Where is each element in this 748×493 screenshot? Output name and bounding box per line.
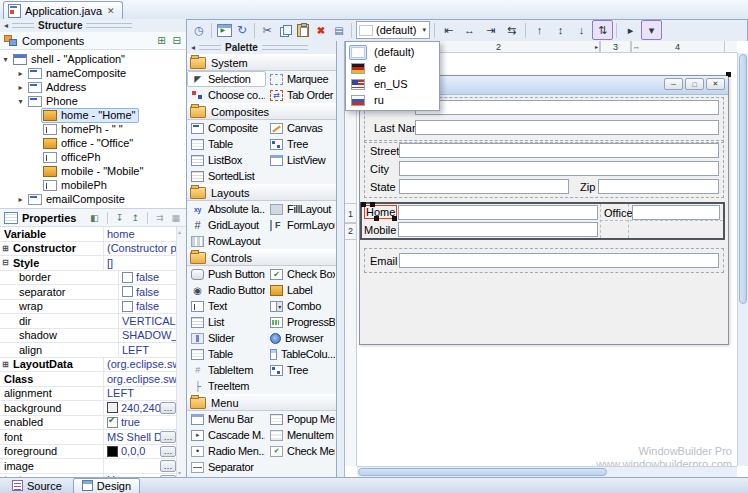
palette-item-tablecolu[interactable]: TableColu... <box>266 346 336 362</box>
property-value[interactable]: false <box>119 300 177 314</box>
palette-item-tableitem[interactable]: TableItem <box>187 362 266 378</box>
palette-item-radio-button[interactable]: Radio Button <box>187 282 266 298</box>
property-expand-icon[interactable]: ⊞ <box>2 360 11 369</box>
email-label[interactable]: Email <box>370 255 398 267</box>
align-top-button[interactable]: ↑ <box>529 20 550 40</box>
palette-item-cascade-m[interactable]: Cascade M... <box>187 427 266 443</box>
palette-item-separator[interactable]: Separator <box>187 459 266 475</box>
checkbox-checked-icon[interactable] <box>107 417 118 428</box>
tree-item-selection-box[interactable]: emailComposite <box>26 192 129 207</box>
email-composite[interactable]: Email <box>364 248 724 273</box>
palette-item-check-box[interactable]: Check Box <box>266 266 336 282</box>
property-row-enabled[interactable]: enabledtrue <box>0 416 177 431</box>
row-header-2[interactable]: 2 <box>345 222 356 240</box>
address-composite[interactable]: Street City State Zip <box>364 140 724 198</box>
palette-item-rowlayout[interactable]: RowLayout <box>187 233 266 249</box>
tree-item-shell-application[interactable]: ▾shell - "Application" <box>0 52 186 66</box>
tree-item-address[interactable]: ▸Address <box>0 80 186 94</box>
convert-icon[interactable]: ⇉ <box>154 213 166 223</box>
property-value[interactable]: MS Shell Dlg 9… <box>104 430 177 444</box>
property-value[interactable]: 0,0,0… <box>104 445 177 459</box>
property-value[interactable]: 240,240,240… <box>104 401 177 415</box>
palette-item-gridlayout[interactable]: GridLayout <box>187 217 266 233</box>
locale-item-de[interactable]: de <box>346 60 439 76</box>
palette-item-radio-men[interactable]: Radio Men... <box>187 443 266 459</box>
close-button[interactable]: ✕ <box>706 78 725 90</box>
checkbox-unchecked-icon[interactable] <box>122 272 133 283</box>
tree-item-selection-box[interactable]: officePh <box>41 150 105 165</box>
property-row-style[interactable]: ⊟Style[] <box>0 256 177 271</box>
show-advanced-properties-icon[interactable]: ◧ <box>88 213 101 223</box>
property-value[interactable]: false <box>119 271 177 285</box>
property-collapse-icon[interactable]: ⊟ <box>2 258 11 267</box>
tree-expander-icon[interactable]: ▸ <box>15 195 26 204</box>
palette-item-combo[interactable]: Combo <box>266 298 336 314</box>
tree-item-emailcomposite[interactable]: ▸emailComposite <box>0 192 186 206</box>
collapse-panel-icon[interactable]: ◂ <box>4 21 8 30</box>
align-left-button[interactable]: ⇤ <box>438 20 459 40</box>
zip-input[interactable] <box>598 179 719 194</box>
paste-button[interactable] <box>294 21 312 39</box>
maximize-button[interactable]: □ <box>685 78 704 90</box>
ellipsis-button[interactable]: … <box>160 402 176 414</box>
collapse-palette-icon[interactable]: ◂ <box>191 43 195 52</box>
tree-item-mobile-mobile[interactable]: mobile - "Mobile" <box>0 164 186 178</box>
tree-item-selection-box[interactable]: shell - "Application" <box>11 52 129 67</box>
palette-item-list[interactable]: List <box>187 314 266 330</box>
street-input[interactable] <box>399 143 719 158</box>
expand-all-icon[interactable]: ⊞ <box>156 36 166 46</box>
scroll-down-icon[interactable]: ▾ <box>178 469 181 476</box>
palette-item-selection[interactable]: Selection <box>187 71 266 87</box>
property-row-background[interactable]: background240,240,240… <box>0 401 177 416</box>
tree-item-mobileph[interactable]: mobilePh <box>0 178 186 192</box>
property-value[interactable]: org.eclipse.swt.widg... <box>104 372 177 386</box>
properties-scrollbar[interactable]: ▴ ▾ <box>176 227 186 477</box>
locale-item-en-us[interactable]: en_US <box>346 76 439 92</box>
tree-item-home-home[interactable]: home - "Home" <box>0 108 186 122</box>
property-row-separator[interactable]: separatorfalse <box>0 285 177 300</box>
palette-item-choose-co[interactable]: Choose co... <box>187 87 266 103</box>
palette-item-tree[interactable]: Tree <box>266 136 336 152</box>
locale-item-default[interactable]: (default) <box>346 44 439 60</box>
property-row-font[interactable]: fontMS Shell Dlg 9… <box>0 430 177 445</box>
tree-item-selection-box[interactable]: mobile - "Mobile" <box>41 164 147 179</box>
tree-item-selection-box[interactable]: homePh - " " <box>41 122 127 137</box>
property-value[interactable]: LEFT <box>104 387 177 401</box>
column-header-3[interactable]: 3 <box>599 41 632 52</box>
fill-horizontal-button[interactable]: ⇆ <box>501 20 522 40</box>
property-value[interactable]: SHADOW_OUT <box>119 329 177 343</box>
property-row-alignment[interactable]: alignmentLEFT <box>0 387 177 402</box>
tree-item-selection-box[interactable]: nameComposite <box>26 66 130 81</box>
property-row-class[interactable]: Classorg.eclipse.swt.widg... <box>0 372 177 387</box>
goto-definition-icon[interactable]: ↧ <box>114 213 126 223</box>
tree-item-selection-box[interactable]: Address <box>26 80 90 95</box>
property-value[interactable]: VERTICAL <box>119 314 177 328</box>
office-phone-input[interactable] <box>632 205 720 220</box>
palette-item-listview[interactable]: ListView <box>266 152 336 168</box>
preview-button[interactable] <box>215 21 233 39</box>
property-expand-icon[interactable]: ⊞ <box>2 244 11 253</box>
tab-design[interactable]: Design <box>73 478 140 493</box>
designed-shell-window[interactable]: ─ □ ✕ Last Name Street City <box>359 75 729 345</box>
phone-composite[interactable]: Home Office Mobile <box>360 202 725 240</box>
tree-item-phone[interactable]: ▾Phone <box>0 94 186 108</box>
tree-expander-icon[interactable]: ▾ <box>0 55 11 64</box>
mobile-phone-input[interactable] <box>398 222 598 237</box>
tab-source[interactable]: Source <box>3 478 71 493</box>
selection-handle[interactable] <box>374 216 379 221</box>
property-value[interactable]: … <box>104 459 177 473</box>
refresh-button[interactable]: ↻ <box>233 21 251 39</box>
tree-item-selection-box[interactable]: Phone <box>26 94 82 109</box>
palette-item-tree[interactable]: Tree <box>266 362 336 378</box>
palette-category-composites[interactable]: Composites <box>187 103 336 120</box>
palette-category-layouts[interactable]: Layouts <box>187 184 336 201</box>
checkbox-unchecked-icon[interactable] <box>122 301 133 312</box>
palette-item-table[interactable]: Table <box>187 346 266 362</box>
tree-item-selection-box[interactable]: mobilePh <box>41 178 111 193</box>
palette-item-listbox[interactable]: ListBox <box>187 152 266 168</box>
delete-button[interactable]: ✖ <box>312 21 330 39</box>
minimize-button[interactable]: ─ <box>664 78 683 90</box>
center-horizontal-button[interactable]: ↔ <box>459 20 480 40</box>
street-label[interactable]: Street <box>370 145 399 157</box>
ellipsis-button[interactable]: … <box>160 431 176 443</box>
